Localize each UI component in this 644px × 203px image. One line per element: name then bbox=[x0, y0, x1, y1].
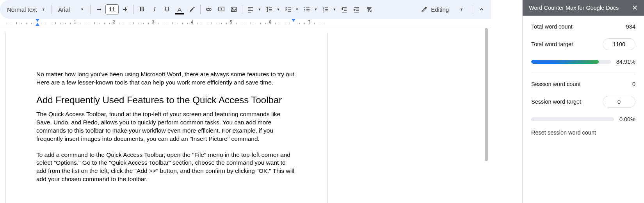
ruler-tick bbox=[270, 22, 270, 24]
line-spacing-button bbox=[263, 4, 275, 15]
paragraph[interactable]: To add a command to the Quick Access Too… bbox=[36, 151, 297, 184]
ruler-tick bbox=[280, 23, 280, 24]
bullet-list-button bbox=[301, 4, 313, 15]
checklist-button bbox=[282, 4, 294, 15]
ruler[interactable]: 1234567 bbox=[0, 19, 491, 28]
paragraph-style-dropdown[interactable]: Normal text ▼ bbox=[3, 4, 49, 15]
right-indent-marker[interactable] bbox=[292, 19, 295, 22]
ruler-tick bbox=[217, 23, 217, 24]
caret-down-icon: ▼ bbox=[80, 7, 84, 11]
sidebar-title: Word Counter Max for Google Docs bbox=[529, 5, 619, 11]
underline-button[interactable]: U bbox=[161, 4, 173, 15]
scrollbar[interactable] bbox=[485, 28, 488, 161]
font-family-dropdown[interactable]: Arial ▼ bbox=[54, 4, 88, 15]
indent-icon bbox=[353, 6, 360, 13]
italic-button[interactable]: I bbox=[149, 4, 160, 15]
ruler-tick bbox=[221, 23, 222, 24]
session-progress-bar bbox=[531, 117, 614, 121]
reset-session-button[interactable]: Reset session word count bbox=[531, 129, 635, 136]
ruler-tick bbox=[153, 22, 153, 24]
ruler-tick bbox=[290, 22, 290, 24]
font-size-input[interactable] bbox=[105, 4, 119, 14]
highlight-color-button[interactable] bbox=[186, 4, 198, 15]
paragraph[interactable]: No matter how long you've been using Mic… bbox=[36, 70, 297, 87]
ruler-tick bbox=[65, 23, 66, 24]
divider bbox=[531, 72, 635, 72]
clear-format-icon bbox=[366, 6, 373, 13]
ruler-tick bbox=[85, 23, 85, 24]
bold-button[interactable]: B bbox=[136, 4, 148, 15]
ruler-tick bbox=[309, 22, 310, 24]
page-content: No matter how long you've been using Mic… bbox=[6, 33, 327, 183]
paragraph[interactable]: The Quick Access Toolbar, found at the t… bbox=[36, 110, 297, 143]
bullet-list-dropdown[interactable]: ▼ bbox=[301, 4, 319, 15]
ruler-tick bbox=[70, 23, 71, 24]
toolbar: Normal text ▼ Arial ▼ B I U A ▼ bbox=[0, 0, 491, 19]
ruler-tick bbox=[119, 23, 119, 24]
line-spacing-icon bbox=[266, 6, 273, 13]
collapse-toolbar-button[interactable] bbox=[475, 3, 488, 16]
ruler-tick bbox=[168, 23, 168, 24]
ruler-tick bbox=[285, 23, 285, 24]
add-comment-button[interactable] bbox=[215, 4, 227, 15]
plus-icon bbox=[122, 6, 128, 13]
ruler-tick bbox=[241, 23, 241, 24]
session-progress-percent: 0.00% bbox=[619, 116, 635, 122]
chevron-up-icon bbox=[479, 6, 485, 13]
ruler-tick bbox=[7, 23, 7, 24]
ruler-tick bbox=[94, 22, 95, 24]
ruler-tick bbox=[41, 23, 41, 24]
ruler-tick bbox=[192, 22, 192, 24]
ruler-tick bbox=[124, 23, 124, 24]
ruler-tick bbox=[158, 23, 158, 24]
ruler-tick bbox=[16, 22, 17, 24]
decrease-font-size-button[interactable] bbox=[93, 4, 105, 15]
ruler-tick bbox=[143, 23, 144, 24]
caret-down-icon: ▼ bbox=[256, 7, 263, 11]
separator bbox=[242, 5, 242, 14]
separator bbox=[200, 5, 201, 14]
paragraph-style-label: Normal text bbox=[7, 6, 37, 13]
ruler-tick bbox=[31, 23, 32, 24]
separator bbox=[52, 5, 52, 14]
ruler-tick bbox=[265, 23, 266, 24]
page[interactable]: No matter how long you've been using Mic… bbox=[5, 33, 328, 203]
line-spacing-dropdown[interactable]: ▼ bbox=[263, 4, 281, 15]
svg-point-5 bbox=[232, 8, 233, 9]
ruler-tick bbox=[178, 23, 178, 24]
ruler-tick bbox=[236, 23, 237, 24]
heading[interactable]: Add Frequently Used Features to the Quic… bbox=[36, 95, 297, 106]
sidebar-body: Total word count 934 Total word target 8… bbox=[523, 16, 644, 144]
image-icon bbox=[230, 6, 237, 13]
text-color-button[interactable]: A bbox=[174, 4, 185, 15]
clear-formatting-button[interactable] bbox=[363, 4, 375, 15]
increase-font-size-button[interactable] bbox=[119, 4, 131, 15]
checklist-dropdown[interactable]: ▼ bbox=[282, 4, 300, 15]
font-family-label: Arial bbox=[58, 6, 70, 13]
ruler-tick bbox=[212, 22, 212, 24]
checklist-icon bbox=[285, 6, 292, 13]
session-word-target-input[interactable] bbox=[603, 96, 635, 108]
total-word-target-row: Total word target bbox=[531, 38, 635, 50]
bullet-list-icon bbox=[303, 6, 310, 13]
align-dropdown[interactable]: ▼ bbox=[245, 4, 263, 15]
first-line-indent-marker[interactable] bbox=[36, 19, 39, 22]
font-size-group bbox=[93, 4, 131, 15]
increase-indent-button[interactable] bbox=[351, 4, 363, 15]
ruler-tick bbox=[21, 23, 22, 24]
insert-image-button[interactable] bbox=[228, 4, 240, 15]
decrease-indent-button[interactable] bbox=[338, 4, 350, 15]
insert-link-button[interactable] bbox=[203, 4, 215, 15]
ruler-tick bbox=[207, 23, 207, 24]
ruler-tick bbox=[304, 23, 305, 24]
total-word-target-input[interactable] bbox=[603, 38, 635, 50]
ruler-tick bbox=[51, 23, 51, 24]
svg-rect-2 bbox=[125, 7, 126, 11]
session-word-count-row: Session word count 0 bbox=[531, 81, 635, 87]
editing-mode-dropdown[interactable]: Editing ▼ bbox=[417, 3, 467, 16]
close-icon[interactable]: ✕ bbox=[632, 4, 638, 12]
align-left-icon bbox=[247, 6, 254, 13]
numbered-list-dropdown[interactable]: 123 ▼ bbox=[320, 4, 338, 15]
ruler-tick bbox=[80, 23, 80, 24]
ruler-tick bbox=[314, 23, 315, 24]
